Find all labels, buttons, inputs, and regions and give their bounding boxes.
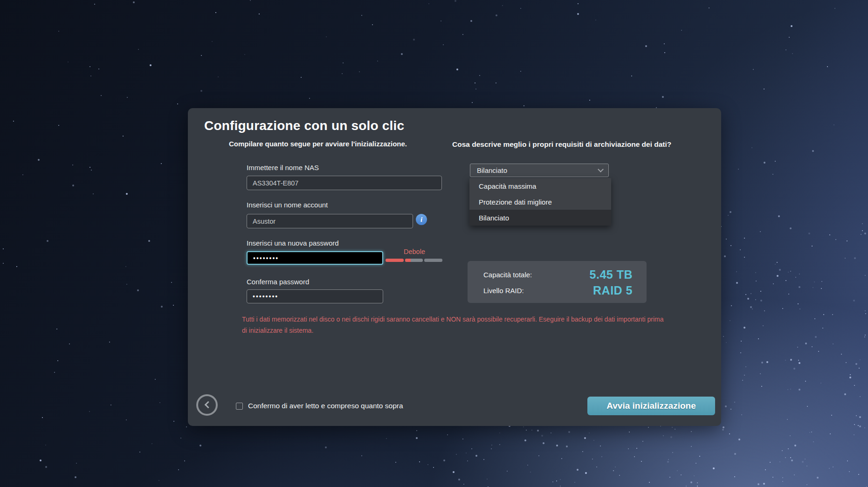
raid-level-label: Livello RAID: <box>483 287 524 295</box>
password-label: Inserisci una nuova password <box>247 239 339 247</box>
confirm-password-input[interactable] <box>247 289 383 303</box>
account-name-input[interactable] <box>247 214 413 228</box>
account-name-label: Inserisci un nome account <box>247 201 328 209</box>
storage-options-list: Capacità massima Protezione dati miglior… <box>469 178 611 226</box>
data-loss-warning: Tutti i dati memorizzati nel disco o nei… <box>242 314 665 336</box>
chevron-left-icon <box>205 401 212 409</box>
option-protezione-dati-migliore[interactable]: Protezione dati migliore <box>469 194 611 210</box>
option-bilanciato[interactable]: Bilanciato <box>469 210 611 226</box>
option-capacita-massima[interactable]: Capacità massima <box>469 178 611 194</box>
capacity-value: 5.45 TB <box>590 268 633 281</box>
strength-segment-1 <box>386 259 404 262</box>
capacity-label: Capacità totale: <box>483 271 532 279</box>
strength-segment-3 <box>424 259 442 262</box>
setup-wizard-panel: Configurazione con un solo clic Compilar… <box>188 108 721 426</box>
nas-name-input[interactable] <box>247 176 442 190</box>
confirm-checkbox[interactable] <box>236 403 243 410</box>
raid-level-value: RAID 5 <box>593 284 633 297</box>
password-input[interactable] <box>247 251 383 265</box>
strength-segment-2 <box>405 259 423 262</box>
chevron-down-icon <box>598 166 604 172</box>
capacity-row: Capacità totale: 5.45 TB <box>483 267 633 282</box>
password-strength-label: Debole <box>404 248 425 255</box>
wizard-subtitle: Compilare quanto segue per avviare l'ini… <box>229 140 407 148</box>
storage-question: Cosa descrive meglio i propri requisiti … <box>452 139 675 150</box>
storage-select[interactable]: Bilanciato <box>470 164 609 177</box>
start-initialization-button[interactable]: Avvia inizializzazione <box>587 397 715 415</box>
page-title: Configurazione con un solo clic <box>204 118 404 133</box>
storage-summary-box: Capacità totale: 5.45 TB Livello RAID: R… <box>468 261 647 303</box>
confirm-password-label: Conferma password <box>247 278 309 286</box>
password-strength-meter <box>386 259 442 262</box>
confirm-checkbox-label: Confermo di aver letto e compreso quanto… <box>248 402 403 410</box>
back-button[interactable] <box>196 394 218 416</box>
storage-select-value: Bilanciato <box>477 166 599 174</box>
nas-name-label: Immettere il nome NAS <box>247 164 319 171</box>
raid-row: Livello RAID: RAID 5 <box>483 282 633 298</box>
desktop-background: Configurazione con un solo clic Compilar… <box>0 0 868 487</box>
star-layer-dense <box>0 0 1 1</box>
info-icon[interactable]: i <box>416 214 427 225</box>
